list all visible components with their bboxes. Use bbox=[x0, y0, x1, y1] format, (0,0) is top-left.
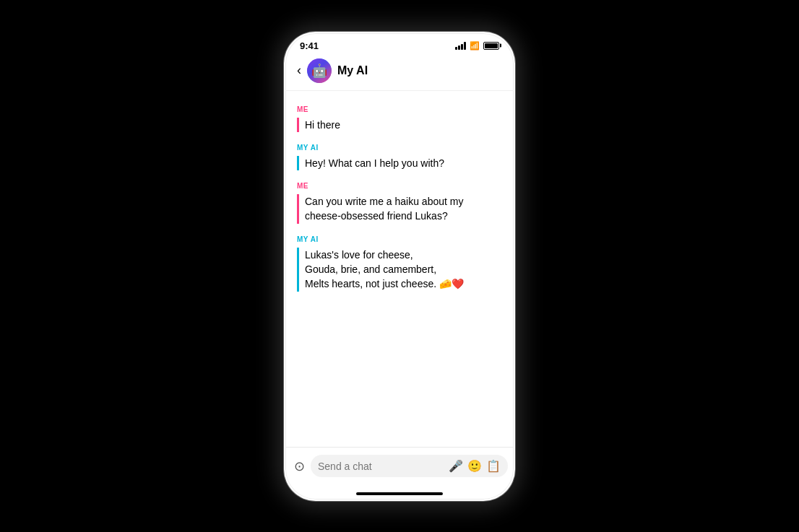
chat-input-wrapper: 🎤 🙂 📋 bbox=[311, 455, 508, 477]
phone-frame: 9:41 📶 ‹ 🤖 My AI bbox=[284, 32, 515, 501]
message-block-1: Hi there bbox=[297, 118, 502, 132]
sender-label-ai-1: MY AI bbox=[297, 144, 502, 152]
chat-input[interactable] bbox=[318, 461, 444, 472]
back-button[interactable]: ‹ bbox=[297, 63, 301, 78]
sender-label-me-2: ME bbox=[297, 182, 502, 190]
chat-title: My AI bbox=[337, 64, 368, 77]
emoji-icon[interactable]: 🙂 bbox=[467, 459, 482, 473]
status-bar: 9:41 📶 bbox=[285, 33, 514, 54]
message-text-3: Can you write me a haiku about my cheese… bbox=[305, 196, 463, 222]
input-area: ⊙ 🎤 🙂 📋 bbox=[285, 447, 514, 492]
wifi-icon: 📶 bbox=[470, 41, 480, 51]
sender-label-ai-2: MY AI bbox=[297, 235, 502, 243]
microphone-icon[interactable]: 🎤 bbox=[449, 459, 463, 473]
battery-icon bbox=[483, 42, 499, 50]
message-text-2: Hey! What can I help you with? bbox=[305, 157, 444, 169]
message-block-4: Lukas's love for cheese,Gouda, brie, and… bbox=[297, 248, 502, 292]
message-text-1: Hi there bbox=[305, 119, 340, 131]
sticker-icon[interactable]: 📋 bbox=[486, 459, 501, 473]
status-time: 9:41 bbox=[300, 40, 319, 51]
message-text-4: Lukas's love for cheese,Gouda, brie, and… bbox=[305, 249, 464, 290]
chat-header: ‹ 🤖 My AI bbox=[285, 54, 514, 91]
signal-icon bbox=[455, 42, 466, 50]
status-icons: 📶 bbox=[455, 41, 499, 51]
avatar: 🤖 bbox=[307, 58, 332, 83]
camera-button[interactable]: ⊙ bbox=[294, 455, 305, 478]
home-indicator bbox=[356, 492, 443, 495]
message-block-3: Can you write me a haiku about my cheese… bbox=[297, 194, 502, 224]
sender-label-me-1: ME bbox=[297, 105, 502, 113]
message-block-2: Hey! What can I help you with? bbox=[297, 156, 502, 170]
messages-area: ME Hi there MY AI Hey! What can I help y… bbox=[285, 91, 514, 447]
